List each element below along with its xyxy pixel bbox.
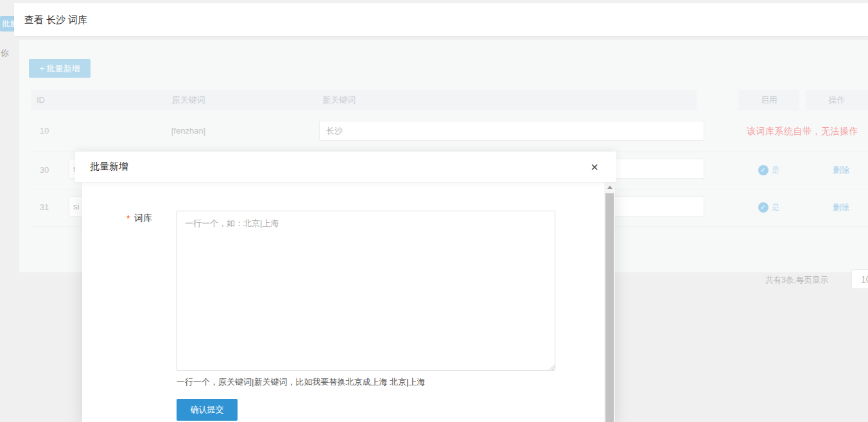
enabled-cell: ✓ 是 (738, 152, 799, 189)
form-hint: 一行一个，原关键词|新关键词，比如我要替换北京成上海 北京|上海 (177, 376, 425, 388)
modal-body: * 词库 一行一个，原关键词|新关键词，比如我要替换北京成上海 北京|上海 确认… (82, 182, 615, 422)
row-id: 30 (31, 152, 58, 189)
scrollbar-thumb[interactable] (605, 193, 614, 422)
page-title: 查看 长沙 词库 (24, 3, 87, 36)
close-icon[interactable]: × (587, 159, 602, 175)
page: 批量 你 查看 长沙 词库 + 批量新增 ID 原关键词 新关键词 启用 操作 … (0, 0, 868, 422)
modal-header: 批量新增 × (75, 152, 616, 182)
enabled-cell: ✓ 是 (738, 189, 799, 226)
column-header-original: 原关键词 (58, 90, 319, 110)
new-keyword-input[interactable] (319, 121, 704, 141)
page-size-value: 100 (861, 274, 868, 285)
enabled-label: 是 (772, 164, 780, 176)
modal-scrollbar[interactable] (604, 182, 615, 422)
pagination-summary: 共有3条,每页显示 (765, 275, 828, 286)
row-id: 31 (31, 189, 58, 226)
background-text-partial: 你 (1, 48, 9, 59)
column-header-new: 新关键词 (319, 90, 697, 110)
column-header-operation: 操作 (806, 90, 868, 110)
check-circle-icon: ✓ (758, 165, 768, 175)
row-id: 10 (31, 110, 58, 152)
scrollbar-up-button[interactable] (604, 182, 615, 192)
wordlist-textarea[interactable] (177, 211, 555, 371)
required-mark: * (126, 213, 130, 224)
page-size-select[interactable]: 100 (851, 269, 868, 289)
column-header-enabled: 启用 (738, 90, 799, 110)
system-row-note: 该词库系统自带，无法操作 (747, 126, 858, 137)
delete-link[interactable]: 删除 (806, 152, 868, 189)
check-circle-icon: ✓ (758, 202, 768, 213)
row-original-keyword: [fenzhan] (58, 110, 319, 152)
confirm-submit-button[interactable]: 确认提交 (177, 399, 238, 421)
page-header: 查看 长沙 词库 (14, 3, 868, 36)
batch-add-button[interactable]: + 批量新增 (29, 59, 91, 78)
modal-title: 批量新增 (90, 152, 128, 182)
enabled-label: 是 (772, 202, 780, 213)
column-header-id: ID (31, 90, 58, 110)
triangle-up-icon (607, 186, 612, 189)
delete-link[interactable]: 删除 (806, 189, 868, 226)
form-label: 词库 (134, 213, 152, 224)
